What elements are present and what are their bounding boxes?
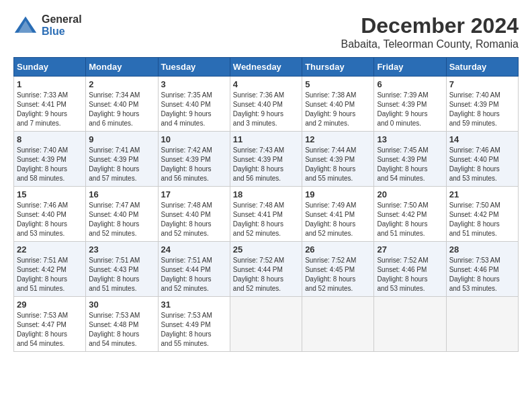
day-number: 7 xyxy=(449,79,515,89)
empty-day-cell xyxy=(302,297,374,352)
day-cell: 4Sunrise: 7:36 AM Sunset: 4:40 PM Daylig… xyxy=(230,77,302,132)
day-number: 3 xyxy=(161,79,227,89)
day-info: Sunrise: 7:43 AM Sunset: 4:39 PM Dayligh… xyxy=(233,146,299,183)
day-info: Sunrise: 7:42 AM Sunset: 4:39 PM Dayligh… xyxy=(161,146,227,183)
day-info: Sunrise: 7:53 AM Sunset: 4:46 PM Dayligh… xyxy=(449,256,515,293)
day-cell: 7Sunrise: 7:40 AM Sunset: 4:39 PM Daylig… xyxy=(446,77,518,132)
day-of-week-header: Tuesday xyxy=(158,58,230,77)
day-number: 20 xyxy=(377,189,443,199)
day-info: Sunrise: 7:34 AM Sunset: 4:40 PM Dayligh… xyxy=(89,91,154,128)
calendar-week-row: 8Sunrise: 7:40 AM Sunset: 4:39 PM Daylig… xyxy=(14,132,519,187)
calendar-header-row: SundayMondayTuesdayWednesdayThursdayFrid… xyxy=(14,58,519,77)
calendar-week-row: 22Sunrise: 7:51 AM Sunset: 4:42 PM Dayli… xyxy=(14,242,519,297)
day-number: 27 xyxy=(377,244,443,255)
day-number: 26 xyxy=(305,244,371,255)
day-info: Sunrise: 7:53 AM Sunset: 4:47 PM Dayligh… xyxy=(17,311,83,349)
day-number: 17 xyxy=(161,189,227,199)
day-info: Sunrise: 7:51 AM Sunset: 4:42 PM Dayligh… xyxy=(17,256,83,293)
day-cell: 13Sunrise: 7:45 AM Sunset: 4:39 PM Dayli… xyxy=(374,132,446,187)
day-cell: 30Sunrise: 7:53 AM Sunset: 4:48 PM Dayli… xyxy=(86,297,158,352)
logo-icon xyxy=(13,13,38,38)
day-cell: 11Sunrise: 7:43 AM Sunset: 4:39 PM Dayli… xyxy=(230,132,302,187)
day-cell: 17Sunrise: 7:48 AM Sunset: 4:40 PM Dayli… xyxy=(158,187,230,242)
logo-general-label: General xyxy=(42,13,82,26)
day-info: Sunrise: 7:47 AM Sunset: 4:40 PM Dayligh… xyxy=(89,201,154,238)
day-number: 8 xyxy=(17,134,83,144)
day-number: 9 xyxy=(89,134,154,144)
logo-blue-label: Blue xyxy=(42,26,82,38)
day-cell: 9Sunrise: 7:41 AM Sunset: 4:39 PM Daylig… xyxy=(86,132,158,187)
logo-text: General Blue xyxy=(42,13,82,37)
page-header: General Blue December 2024 Babaita, Tele… xyxy=(13,13,519,50)
day-number: 1 xyxy=(17,79,83,89)
calendar-table: SundayMondayTuesdayWednesdayThursdayFrid… xyxy=(13,57,519,352)
day-number: 29 xyxy=(17,300,83,310)
calendar-week-row: 15Sunrise: 7:46 AM Sunset: 4:40 PM Dayli… xyxy=(14,187,519,242)
day-info: Sunrise: 7:38 AM Sunset: 4:40 PM Dayligh… xyxy=(305,91,371,128)
day-cell: 1Sunrise: 7:33 AM Sunset: 4:41 PM Daylig… xyxy=(14,77,86,132)
logo: General Blue xyxy=(13,13,82,38)
day-number: 23 xyxy=(89,244,154,255)
day-number: 24 xyxy=(161,244,227,255)
day-number: 11 xyxy=(233,134,299,144)
day-number: 21 xyxy=(449,189,515,199)
day-info: Sunrise: 7:50 AM Sunset: 4:42 PM Dayligh… xyxy=(449,201,515,238)
day-number: 4 xyxy=(233,79,299,89)
page-subtitle: Babaita, Teleorman County, Romania xyxy=(341,38,519,50)
day-number: 16 xyxy=(89,189,154,199)
empty-day-cell xyxy=(446,297,518,352)
day-info: Sunrise: 7:44 AM Sunset: 4:39 PM Dayligh… xyxy=(305,146,371,183)
day-number: 22 xyxy=(17,244,83,255)
day-cell: 23Sunrise: 7:51 AM Sunset: 4:43 PM Dayli… xyxy=(86,242,158,297)
calendar-week-row: 29Sunrise: 7:53 AM Sunset: 4:47 PM Dayli… xyxy=(14,297,519,352)
day-of-week-header: Monday xyxy=(86,58,158,77)
day-info: Sunrise: 7:52 AM Sunset: 4:46 PM Dayligh… xyxy=(377,256,443,293)
day-info: Sunrise: 7:40 AM Sunset: 4:39 PM Dayligh… xyxy=(449,91,515,128)
day-cell: 15Sunrise: 7:46 AM Sunset: 4:40 PM Dayli… xyxy=(14,187,86,242)
day-cell: 19Sunrise: 7:49 AM Sunset: 4:41 PM Dayli… xyxy=(302,187,374,242)
day-number: 13 xyxy=(377,134,443,144)
day-info: Sunrise: 7:52 AM Sunset: 4:44 PM Dayligh… xyxy=(233,256,299,293)
day-of-week-header: Wednesday xyxy=(230,58,302,77)
day-cell: 18Sunrise: 7:48 AM Sunset: 4:41 PM Dayli… xyxy=(230,187,302,242)
day-number: 14 xyxy=(449,134,515,144)
day-cell: 31Sunrise: 7:53 AM Sunset: 4:49 PM Dayli… xyxy=(158,297,230,352)
day-cell: 20Sunrise: 7:50 AM Sunset: 4:42 PM Dayli… xyxy=(374,187,446,242)
page-title: December 2024 xyxy=(341,13,519,38)
day-number: 12 xyxy=(305,134,371,144)
day-info: Sunrise: 7:40 AM Sunset: 4:39 PM Dayligh… xyxy=(17,146,83,183)
day-info: Sunrise: 7:50 AM Sunset: 4:42 PM Dayligh… xyxy=(377,201,443,238)
day-info: Sunrise: 7:49 AM Sunset: 4:41 PM Dayligh… xyxy=(305,201,371,238)
day-info: Sunrise: 7:35 AM Sunset: 4:40 PM Dayligh… xyxy=(161,91,227,128)
day-info: Sunrise: 7:36 AM Sunset: 4:40 PM Dayligh… xyxy=(233,91,299,128)
day-info: Sunrise: 7:52 AM Sunset: 4:45 PM Dayligh… xyxy=(305,256,371,293)
title-section: December 2024 Babaita, Teleorman County,… xyxy=(341,13,519,50)
day-of-week-header: Sunday xyxy=(14,58,86,77)
day-number: 2 xyxy=(89,79,154,89)
day-number: 6 xyxy=(377,79,443,89)
day-number: 28 xyxy=(449,244,515,255)
day-cell: 27Sunrise: 7:52 AM Sunset: 4:46 PM Dayli… xyxy=(374,242,446,297)
day-info: Sunrise: 7:51 AM Sunset: 4:43 PM Dayligh… xyxy=(89,256,154,293)
day-cell: 29Sunrise: 7:53 AM Sunset: 4:47 PM Dayli… xyxy=(14,297,86,352)
day-number: 18 xyxy=(233,189,299,199)
day-cell: 22Sunrise: 7:51 AM Sunset: 4:42 PM Dayli… xyxy=(14,242,86,297)
day-info: Sunrise: 7:39 AM Sunset: 4:39 PM Dayligh… xyxy=(377,91,443,128)
day-info: Sunrise: 7:46 AM Sunset: 4:40 PM Dayligh… xyxy=(449,146,515,183)
empty-day-cell xyxy=(374,297,446,352)
calendar-week-row: 1Sunrise: 7:33 AM Sunset: 4:41 PM Daylig… xyxy=(14,77,519,132)
day-cell: 25Sunrise: 7:52 AM Sunset: 4:44 PM Dayli… xyxy=(230,242,302,297)
calendar-body: 1Sunrise: 7:33 AM Sunset: 4:41 PM Daylig… xyxy=(14,77,519,352)
day-cell: 6Sunrise: 7:39 AM Sunset: 4:39 PM Daylig… xyxy=(374,77,446,132)
day-number: 19 xyxy=(305,189,371,199)
day-cell: 5Sunrise: 7:38 AM Sunset: 4:40 PM Daylig… xyxy=(302,77,374,132)
day-cell: 16Sunrise: 7:47 AM Sunset: 4:40 PM Dayli… xyxy=(86,187,158,242)
day-info: Sunrise: 7:33 AM Sunset: 4:41 PM Dayligh… xyxy=(17,91,83,128)
day-cell: 28Sunrise: 7:53 AM Sunset: 4:46 PM Dayli… xyxy=(446,242,518,297)
day-number: 30 xyxy=(89,300,154,310)
day-info: Sunrise: 7:53 AM Sunset: 4:48 PM Dayligh… xyxy=(89,311,154,349)
day-info: Sunrise: 7:51 AM Sunset: 4:44 PM Dayligh… xyxy=(161,256,227,293)
day-info: Sunrise: 7:48 AM Sunset: 4:40 PM Dayligh… xyxy=(161,201,227,238)
day-cell: 2Sunrise: 7:34 AM Sunset: 4:40 PM Daylig… xyxy=(86,77,158,132)
day-cell: 26Sunrise: 7:52 AM Sunset: 4:45 PM Dayli… xyxy=(302,242,374,297)
